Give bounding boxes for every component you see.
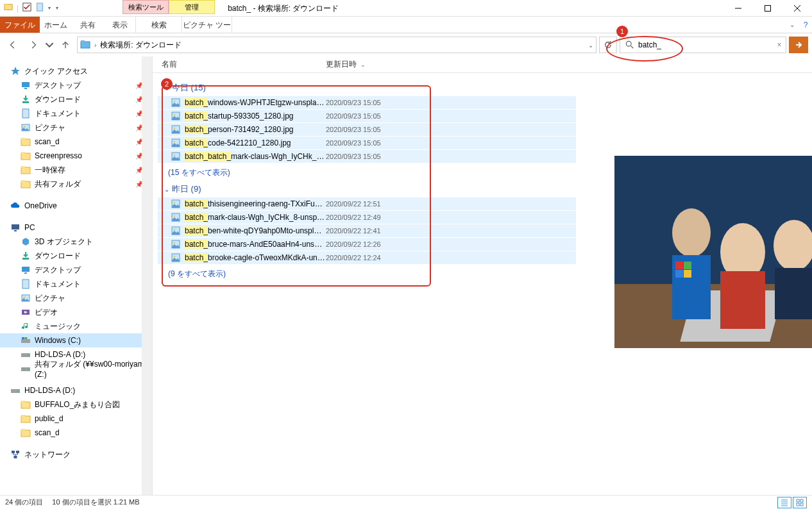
svg-rect-29 [22,267,30,272]
sidebar-pc-item[interactable]: ビデオ [0,305,152,319]
ribbon-expand-icon[interactable]: ⌄ [785,17,799,33]
back-button[interactable] [4,36,22,54]
tab-file[interactable]: ファイル [0,17,40,33]
sidebar-quick-item[interactable]: ドキュメント📌 [0,106,152,121]
sidebar-onedrive[interactable]: OneDrive [0,199,152,213]
tab-picture-tool[interactable]: ピクチャ ツール [182,17,232,33]
sidebar-quick-item[interactable]: 共有フォルダ📌 [0,177,152,191]
file-name: batch_code-5421210_1280.jpg [185,138,326,147]
preview-pane [614,156,812,348]
sidebar-quick-item[interactable]: scan_d📌 [0,135,152,149]
file-row[interactable]: batch_startup-593305_1280.jpg2020/09/23 … [158,110,576,123]
svg-point-53 [174,101,176,103]
file-row[interactable]: batch_windows-WJPHTJEtgzw-unsplash.j...2… [158,96,576,110]
column-name[interactable]: 名前 [162,59,326,70]
svg-rect-5 [765,6,771,12]
sidebar-pc-item[interactable]: Windows (C:) [0,333,152,347]
tab-share[interactable]: 共有 [72,17,104,33]
svg-point-67 [174,229,176,231]
sidebar-pc-item[interactable]: ダウンロード [0,249,152,263]
item-icon [21,165,31,175]
sidebar-scrollbar[interactable] [142,56,152,495]
svg-rect-82 [684,262,691,269]
sidebar-drive-item[interactable]: public_d [0,412,152,426]
search-results: ⌄今日 (15)batch_windows-WJPHTJEtgzw-unspla… [153,73,576,286]
file-row[interactable]: batch_ben-white-qDY9ahp0Mto-unsplas...20… [158,224,576,238]
sidebar-pc[interactable]: PC [0,221,152,235]
file-row[interactable]: batch_brooke-cagle-oTweoxMKdkA-uns...202… [158,251,576,265]
sidebar-drive2[interactable]: HD-LDS-A (D:) [0,383,152,397]
help-icon[interactable]: ? [799,17,812,33]
sidebar-pc-item[interactable]: ピクチャ [0,291,152,305]
content-area: 名前 更新日時 ⌄ ⌄今日 (15)batch_windows-WJPHTJEt… [153,56,812,495]
show-all-link[interactable]: (9 をすべて表示) [158,265,576,281]
sidebar-pc-item[interactable]: デスクトップ [0,263,152,277]
file-row[interactable]: batch_person-731492_1280.jpg2020/09/23 1… [158,123,576,137]
group-header[interactable]: ⌄今日 (15) [158,78,576,96]
address-bar[interactable]: › 検索場所: ダウンロード ⌄ [77,37,596,53]
folder-icon [21,428,31,438]
sidebar-pc-item[interactable]: 共有フォルダ (¥¥sw00-moriyama) (Z:) [0,362,152,376]
tab-home[interactable]: ホーム [40,17,72,33]
tab-search-tool[interactable]: 検索 [136,17,182,33]
context-tab-manage[interactable]: 管理 [169,0,215,14]
sidebar-pc-item[interactable]: ドキュメント [0,277,152,291]
sidebar-quick-access[interactable]: クイック アクセス [0,64,152,78]
image-file-icon [171,199,181,209]
chevron-right-icon[interactable]: › [94,42,96,49]
column-date[interactable]: 更新日時 ⌄ [326,59,416,70]
file-name: batch_startup-593305_1280.jpg [185,112,326,121]
file-row[interactable]: batch_bruce-mars-AndE50aaHn4-unspla...20… [158,238,576,251]
file-row[interactable]: batch_thisisengineering-raeng-TXxiFuQL..… [158,197,576,211]
sidebar-quick-item[interactable]: デスクトップ📌 [0,78,152,92]
group-header[interactable]: ⌄昨日 (9) [158,179,576,197]
svg-line-11 [631,46,634,49]
image-file-icon [171,97,181,108]
annotation-badge-1: 1 [616,26,628,37]
sidebar-drive-item[interactable]: scan_d [0,426,152,440]
address-dropdown-icon[interactable]: ⌄ [588,42,593,49]
view-thumbnails-button[interactable] [793,497,807,508]
maximize-button[interactable] [753,0,782,17]
svg-rect-9 [81,40,85,42]
item-icon [21,321,31,331]
item-icon [21,335,31,346]
svg-rect-81 [675,262,683,269]
sidebar-quick-item[interactable]: Screenpresso📌 [0,149,152,163]
sidebar-quick-item[interactable]: ダウンロード📌 [0,92,152,106]
file-row[interactable]: batch_batch_mark-claus-Wgh_IyCHk_8-u...2… [158,150,576,163]
star-icon [10,66,21,76]
recent-dropdown[interactable] [45,36,54,54]
tab-view[interactable]: 表示 [104,17,136,33]
image-file-icon [171,239,181,249]
minimize-button[interactable] [723,0,753,17]
qat-doc-icon[interactable] [35,3,44,13]
up-button[interactable] [56,36,74,54]
show-all-link[interactable]: (15 をすべて表示) [158,163,576,179]
context-tab-search[interactable]: 検索ツール [123,0,169,14]
sidebar-pc-item[interactable]: 3D オブジェクト [0,235,152,249]
svg-point-61 [174,154,176,156]
sidebar-drive-item[interactable]: BUFFALO_みまもり合図 [0,397,152,412]
checkbox-icon[interactable] [22,3,31,13]
close-button[interactable] [782,0,812,17]
sidebar-quick-item[interactable]: 一時保存📌 [0,163,152,177]
svg-point-63 [174,202,176,204]
qat-dropdown[interactable]: ▾ [48,5,51,11]
search-input[interactable] [620,37,773,53]
file-date: 2020/09/22 12:24 [326,254,403,262]
svg-rect-28 [22,258,29,260]
forward-button[interactable] [24,36,42,54]
view-details-button[interactable] [777,497,791,508]
file-row[interactable]: batch_code-5421210_1280.jpg2020/09/23 15… [158,137,576,150]
main-area: クイック アクセス デスクトップ📌ダウンロード📌ドキュメント📌ピクチャ📌scan… [0,56,812,495]
search-clear-button[interactable]: × [773,40,786,49]
search-go-button[interactable] [789,37,808,53]
sidebar-pc-item[interactable]: ミュージック [0,319,152,333]
refresh-button[interactable] [599,37,617,53]
sidebar-quick-item[interactable]: ピクチャ📌 [0,121,152,135]
qat-overflow[interactable]: ▾ [56,5,58,11]
file-date: 2020/09/22 12:51 [326,200,403,208]
file-row[interactable]: batch_mark-claus-Wgh_IyCHk_8-unsplas...2… [158,211,576,224]
sidebar-network[interactable]: ネットワーク [0,447,152,462]
